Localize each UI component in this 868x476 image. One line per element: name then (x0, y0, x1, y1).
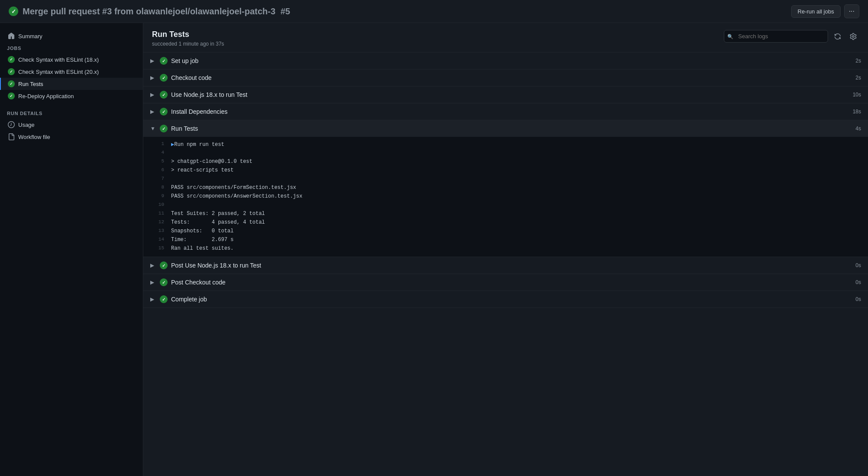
refresh-button[interactable] (832, 30, 844, 43)
sidebar-item-workflow-file[interactable]: Workflow file (0, 131, 143, 143)
run-number: #5 (281, 7, 290, 16)
line-number: 6 (150, 167, 164, 172)
usage-icon (8, 121, 15, 128)
workflow-file-label: Workflow file (18, 134, 50, 140)
chevron-right-icon: ▶ (150, 58, 156, 64)
sidebar-item-job-2[interactable]: Check Syntax with ESLint (20.x) (0, 66, 143, 78)
job-status-icon-3 (8, 80, 15, 87)
line-content: PASS src/components/AnswerSection.test.j… (171, 193, 861, 199)
line-number: 8 (150, 185, 164, 190)
step-post-checkout-name: Post Checkout code (171, 279, 852, 286)
log-content: ▶ Set up job 2s ▶ Checkout code 2s ▶ (143, 53, 868, 476)
content-title: Run Tests (152, 30, 224, 39)
step-nodejs-duration: 10s (853, 92, 861, 98)
log-line: 6 > react-scripts test (143, 166, 868, 175)
chevron-right-icon: ▶ (150, 262, 156, 268)
line-content: Tests: 4 passed, 4 total (171, 219, 861, 225)
header-actions: Re-run all jobs ··· (791, 4, 859, 18)
log-line: 15 Ran all test suites. (143, 245, 868, 253)
home-icon (8, 33, 15, 40)
chevron-right-icon: ▶ (150, 75, 156, 81)
sidebar-item-job-1[interactable]: Check Syntax with ESLint (18.x) (0, 53, 143, 66)
job-label-2: Check Syntax with ESLint (20.x) (18, 69, 99, 75)
line-number: 9 (150, 193, 164, 198)
step-install-name: Install Dependencies (171, 108, 849, 115)
step-nodejs: ▶ Use Node.js 18.x to run Test 10s (143, 86, 868, 103)
line-number: 13 (150, 228, 164, 233)
line-number: 10 (150, 202, 164, 207)
line-content: Time: 2.697 s (171, 237, 861, 243)
sidebar-item-summary[interactable]: Summary (0, 30, 143, 42)
header-left: Merge pull request #3 from olawanlejoel/… (9, 7, 290, 17)
step-post-nodejs-name: Post Use Node.js 18.x to run Test (171, 262, 852, 269)
run-details-title: Run details (0, 107, 143, 119)
step-setup-duration: 2s (855, 58, 861, 64)
chevron-right-icon: ▶ (150, 109, 156, 115)
line-number: 14 (150, 237, 164, 242)
line-number: 12 (150, 219, 164, 225)
content-header-right (724, 30, 859, 43)
log-line: 7 (143, 175, 868, 184)
rerun-all-jobs-button[interactable]: Re-run all jobs (791, 5, 841, 18)
step-run-tests-duration: 4s (855, 126, 861, 132)
step-complete-name: Complete job (171, 296, 852, 303)
chevron-right-icon: ▶ (150, 296, 156, 302)
workflow-file-icon (8, 133, 15, 140)
sidebar-item-job-3[interactable]: Run Tests (0, 78, 143, 90)
line-content: > react-scripts test (171, 167, 861, 173)
step-status-icon (160, 278, 168, 286)
content-subtitle: succeeded 1 minute ago in 37s (152, 41, 224, 47)
step-install-header[interactable]: ▶ Install Dependencies 18s (143, 103, 868, 120)
step-status-icon (160, 295, 168, 303)
step-setup-header[interactable]: ▶ Set up job 2s (143, 53, 868, 69)
line-number: 5 (150, 159, 164, 164)
step-nodejs-name: Use Node.js 18.x to run Test (171, 91, 849, 98)
line-number: 4 (150, 150, 164, 155)
line-number: 15 (150, 245, 164, 251)
log-line: 9 PASS src/components/AnswerSection.test… (143, 192, 868, 201)
title-text: Merge pull request #3 from olawanlejoel/… (23, 7, 275, 16)
log-line: 11 Test Suites: 2 passed, 2 total (143, 210, 868, 218)
log-line: 13 Snapshots: 0 total (143, 227, 868, 236)
more-options-button[interactable]: ··· (844, 4, 859, 18)
step-post-nodejs-duration: 0s (855, 262, 861, 268)
usage-label: Usage (18, 122, 35, 128)
line-number: 1 (150, 141, 164, 146)
step-post-nodejs-header[interactable]: ▶ Post Use Node.js 18.x to run Test 0s (143, 257, 868, 274)
step-status-icon (160, 91, 168, 99)
step-post-nodejs: ▶ Post Use Node.js 18.x to run Test 0s (143, 257, 868, 274)
step-status-icon (160, 57, 168, 65)
step-checkout-header[interactable]: ▶ Checkout code 2s (143, 69, 868, 86)
step-complete-duration: 0s (855, 296, 861, 302)
line-content: Snapshots: 0 total (171, 228, 861, 234)
sidebar-item-job-4[interactable]: Re-Deploy Application (0, 90, 143, 102)
log-line: 14 Time: 2.697 s (143, 236, 868, 245)
chevron-right-icon: ▶ (150, 279, 156, 285)
log-line: 4 (143, 149, 868, 158)
sidebar: Summary Jobs Check Syntax with ESLint (1… (0, 23, 143, 476)
step-setup-name: Set up job (171, 57, 852, 64)
step-status-icon (160, 261, 168, 269)
page-title: Merge pull request #3 from olawanlejoel/… (23, 7, 290, 17)
line-number: 11 (150, 211, 164, 216)
step-nodejs-header[interactable]: ▶ Use Node.js 18.x to run Test 10s (143, 86, 868, 103)
step-post-checkout: ▶ Post Checkout code 0s (143, 274, 868, 291)
step-run-tests-header[interactable]: ▼ Run Tests 4s (143, 120, 868, 137)
step-post-checkout-duration: 0s (855, 279, 861, 285)
step-complete-header[interactable]: ▶ Complete job 0s (143, 291, 868, 307)
step-checkout-name: Checkout code (171, 74, 852, 81)
search-logs-input[interactable] (724, 30, 828, 43)
log-line: 1 ▶Run npm run test (143, 140, 868, 149)
job-status-icon-4 (8, 93, 15, 99)
run-details-section: Run details Usage Workflow file (0, 107, 143, 143)
step-checkout: ▶ Checkout code 2s (143, 69, 868, 86)
step-install-duration: 18s (853, 109, 861, 115)
step-complete: ▶ Complete job 0s (143, 291, 868, 308)
main-layout: Summary Jobs Check Syntax with ESLint (1… (0, 23, 868, 476)
step-post-checkout-header[interactable]: ▶ Post Checkout code 0s (143, 274, 868, 291)
settings-button[interactable] (847, 30, 859, 43)
job-label-1: Check Syntax with ESLint (18.x) (18, 56, 99, 63)
sidebar-item-usage[interactable]: Usage (0, 119, 143, 131)
log-lines-run-tests: 1 ▶Run npm run test 4 5 > chatgpt-clone@… (143, 137, 868, 257)
log-line: 8 PASS src/components/FormSection.test.j… (143, 184, 868, 192)
